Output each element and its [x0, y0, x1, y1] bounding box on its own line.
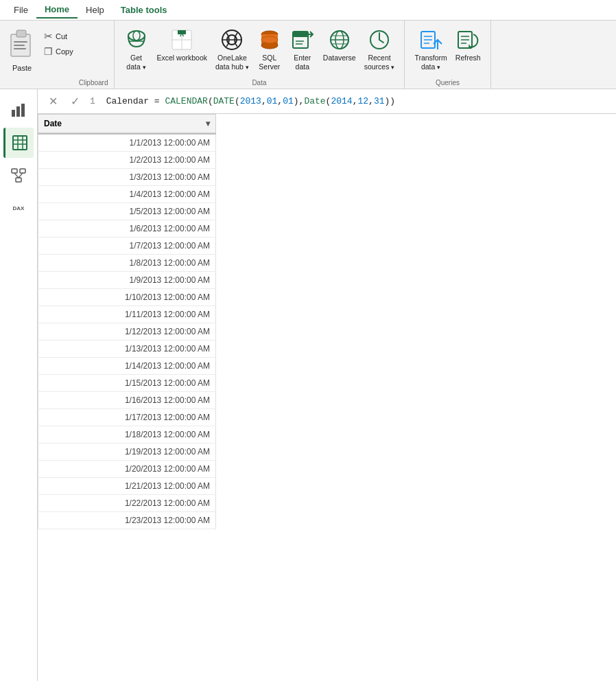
date-cell: 1/1/2013 12:00:00 AM [38, 135, 216, 151]
sidebar-report-view[interactable] [3, 95, 34, 125]
formula-cancel-button[interactable]: ✕ [43, 92, 62, 111]
enter-data-icon [290, 27, 315, 54]
date-cell: 1/20/2013 12:00:00 AM [38, 461, 216, 477]
onelake-button[interactable]: OneLakedata hub ▾ [211, 25, 253, 73]
queries-group-label: Queries [410, 79, 484, 89]
table-row[interactable]: 1/3/2013 12:00:00 AM [38, 169, 216, 186]
recent-sources-icon [367, 27, 392, 54]
refresh-button[interactable]: Refresh [451, 25, 485, 65]
svg-rect-51 [16, 178, 21, 182]
recent-sources-label: Recentsources ▾ [364, 54, 395, 71]
recent-sources-button[interactable]: Recentsources ▾ [360, 25, 399, 73]
menu-bar: File Home Help Table tools [0, 0, 616, 21]
sidebar-model-view[interactable] [3, 161, 34, 191]
menu-file[interactable]: File [5, 2, 36, 18]
table-row[interactable]: 1/6/2013 12:00:00 AM [38, 220, 216, 238]
get-data-button[interactable]: Getdata ▾ [120, 25, 153, 73]
date-cell: 1/13/2013 12:00:00 AM [38, 340, 216, 357]
date-cell: 1/9/2013 12:00:00 AM [38, 272, 216, 288]
table-row[interactable]: 1/18/2013 12:00:00 AM [38, 426, 216, 443]
table-row[interactable]: 1/19/2013 12:00:00 AM [38, 443, 216, 461]
excel-workbook-button[interactable]: X Excel workbook [153, 25, 212, 65]
date-filter-icon[interactable]: ▾ [206, 119, 210, 128]
formula-text: 1 Calendar = CALENDAR(DATE(2013,01,01),D… [90, 96, 395, 106]
formula-fn-date1: DATE [213, 96, 235, 106]
svg-rect-50 [20, 169, 25, 173]
date-column-header[interactable]: Date ▾ [38, 114, 216, 133]
cancel-icon: ✕ [49, 95, 58, 108]
date-cell: 1/10/2013 12:00:00 AM [38, 289, 216, 305]
svg-rect-41 [12, 110, 15, 117]
table-row[interactable]: 1/2/2013 12:00:00 AM [38, 152, 216, 169]
copy-label: Copy [56, 47, 73, 56]
table-row[interactable]: 1/5/2013 12:00:00 AM [38, 203, 216, 220]
table-row[interactable]: 1/8/2013 12:00:00 AM [38, 255, 216, 272]
clipboard-group-label: Clipboard [79, 79, 108, 89]
date-cell: 1/18/2013 12:00:00 AM [38, 426, 216, 443]
refresh-icon [455, 27, 480, 54]
table-row[interactable]: 1/4/2013 12:00:00 AM [38, 186, 216, 203]
sql-server-icon [257, 27, 282, 54]
get-data-icon [124, 27, 149, 54]
sidebar-dax-view[interactable]: DAX [3, 194, 34, 224]
svg-rect-49 [12, 169, 17, 173]
table-row[interactable]: 1/14/2013 12:00:00 AM [38, 358, 216, 375]
svg-line-53 [19, 173, 23, 178]
date-cell: 1/4/2013 12:00:00 AM [38, 186, 216, 203]
formula-fn-calendar: CALENDAR [165, 96, 207, 106]
excel-workbook-label: Excel workbook [157, 54, 208, 62]
column-header-row: Date ▾ [38, 114, 216, 135]
table-row[interactable]: 1/20/2013 12:00:00 AM [38, 461, 216, 478]
ribbon-group-data: Getdata ▾ X Excel workbook [115, 21, 405, 89]
copy-icon: ❐ [44, 46, 53, 57]
formula-line-number: 1 [90, 96, 95, 106]
cut-icon: ✂ [44, 30, 53, 43]
table-row[interactable]: 1/13/2013 12:00:00 AM [38, 340, 216, 358]
formula-confirm-button[interactable]: ✓ [65, 92, 84, 111]
table-row[interactable]: 1/7/2013 12:00:00 AM [38, 238, 216, 255]
cut-button[interactable]: ✂ Cut [41, 29, 76, 44]
formula-var-name: Calendar [106, 96, 149, 106]
svg-rect-2 [14, 41, 27, 43]
table-row[interactable]: 1/15/2013 12:00:00 AM [38, 375, 216, 392]
ribbon-group-clipboard: Paste ✂ Cut ❐ Copy Clipboard [0, 21, 115, 89]
table-row[interactable]: 1/9/2013 12:00:00 AM [38, 272, 216, 289]
table-rows: 1/1/2013 12:00:00 AM1/2/2013 12:00:00 AM… [38, 135, 216, 529]
dataverse-button[interactable]: Dataverse [319, 25, 360, 65]
svg-rect-3 [14, 45, 25, 46]
table-row[interactable]: 1/23/2013 12:00:00 AM [38, 512, 216, 529]
table-row[interactable]: 1/11/2013 12:00:00 AM [38, 306, 216, 323]
table-row[interactable]: 1/17/2013 12:00:00 AM [38, 409, 216, 426]
paste-label: Paste [12, 64, 32, 72]
paste-button[interactable]: Paste [5, 25, 38, 75]
table-row[interactable]: 1/22/2013 12:00:00 AM [38, 495, 216, 512]
excel-workbook-icon: X [169, 27, 194, 54]
table-row[interactable]: 1/10/2013 12:00:00 AM [38, 289, 216, 306]
date-cell: 1/17/2013 12:00:00 AM [38, 409, 216, 426]
formula-controls: ✕ ✓ [43, 92, 84, 111]
table-row[interactable]: 1/16/2013 12:00:00 AM [38, 392, 216, 409]
table-row[interactable]: 1/1/2013 12:00:00 AM [38, 135, 216, 152]
confirm-icon: ✓ [71, 95, 80, 108]
svg-rect-1 [16, 30, 26, 37]
enter-data-label: Enterdata [294, 54, 311, 71]
table-row[interactable]: 1/12/2013 12:00:00 AM [38, 323, 216, 340]
menu-table-tools[interactable]: Table tools [112, 2, 176, 18]
transform-data-button[interactable]: Transformdata ▾ [410, 25, 451, 73]
date-cell: 1/8/2013 12:00:00 AM [38, 255, 216, 271]
onelake-icon [220, 27, 244, 54]
svg-point-20 [261, 36, 278, 43]
enter-data-button[interactable]: Enterdata [286, 25, 319, 73]
svg-point-5 [128, 31, 145, 41]
ribbon: Paste ✂ Cut ❐ Copy Clipboard [0, 21, 616, 89]
copy-button[interactable]: ❐ Copy [41, 45, 76, 58]
ribbon-group-queries: Transformdata ▾ Refresh Queries [405, 21, 490, 89]
sql-server-button[interactable]: SQLServer [253, 25, 286, 73]
dax-icon: DAX [13, 206, 25, 211]
menu-help[interactable]: Help [78, 2, 112, 18]
sidebar-table-view[interactable] [3, 128, 34, 158]
menu-home[interactable]: Home [36, 1, 78, 19]
date-cell: 1/21/2013 12:00:00 AM [38, 478, 216, 494]
table-row[interactable]: 1/21/2013 12:00:00 AM [38, 478, 216, 495]
table-area[interactable]: Date ▾ 1/1/2013 12:00:00 AM1/2/2013 12:0… [38, 114, 616, 681]
